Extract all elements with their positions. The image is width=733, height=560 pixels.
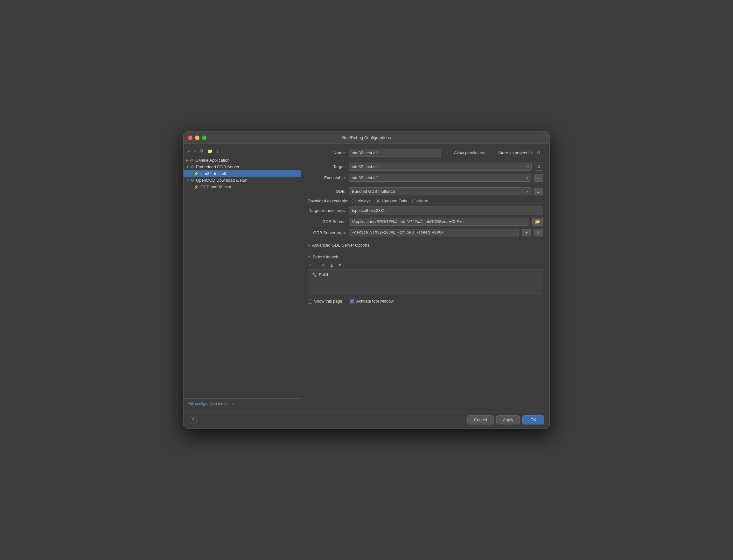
launch-add-button[interactable]: +: [308, 262, 313, 268]
gdb-server-args-input[interactable]: [349, 229, 519, 236]
allow-parallel-checkbox[interactable]: [448, 151, 452, 155]
target-remote-label: 'target remote' args:: [308, 208, 346, 213]
radio-none-circle: [412, 199, 417, 203]
folder-config-button[interactable]: 📁: [206, 148, 214, 154]
gdb-server-row: GDB Server: 📂: [308, 218, 543, 226]
launch-up-button[interactable]: ▲: [328, 262, 335, 268]
minimize-button[interactable]: [195, 136, 199, 140]
sort-config-button[interactable]: ↕: [215, 148, 220, 154]
radio-none-label: None: [418, 199, 428, 203]
dialog-footer: ? Cancel Apply OK: [184, 411, 549, 428]
radio-always[interactable]: Always: [352, 199, 371, 203]
show-page-label: Show this page: [314, 299, 342, 304]
executable-dropdown[interactable]: stm32_test.elf: [349, 174, 531, 182]
help-button[interactable]: ?: [189, 416, 197, 424]
executable-browse-button[interactable]: ...: [534, 174, 543, 182]
cancel-button[interactable]: Cancel: [467, 415, 493, 424]
left-panel: + − ⧉ 📁 ↕ ▶ ⚙ CMake Application ▼ ⚙ Embe…: [184, 144, 301, 411]
name-row: Name: Allow parallel run Store as projec…: [308, 149, 543, 157]
target-dropdown[interactable]: stm32_test.elf: [349, 163, 532, 171]
radio-always-label: Always: [358, 199, 371, 203]
radio-updated-only[interactable]: Updated Only: [376, 199, 407, 203]
radio-none[interactable]: None: [412, 199, 428, 203]
stm32-label: stm32_test.elf: [200, 171, 226, 176]
left-footer: Edit configuration templates...: [184, 398, 301, 409]
name-input[interactable]: [349, 149, 441, 157]
tree-item-stm32[interactable]: ⚡ stm32_test.elf: [184, 170, 301, 177]
launch-down-button[interactable]: ▼: [336, 262, 343, 268]
before-launch-section: ▼ Before launch + − ✏ ▲ ▼ 🔧 Build: [308, 253, 543, 295]
gdb-args-expand-button[interactable]: ⤢: [534, 229, 543, 236]
config-tree: ▶ ⚙ CMake Application ▼ ⚙ Embedded GDB S…: [184, 157, 301, 398]
add-config-button[interactable]: +: [186, 148, 191, 154]
target-remote-row: 'target remote' args:: [308, 207, 543, 214]
parallel-check-wrapper: Allow parallel run: [448, 151, 485, 155]
right-panel: Name: Allow parallel run Store as projec…: [301, 144, 549, 411]
executable-row: Executable: stm32_test.elf ...: [308, 174, 543, 182]
remove-config-button[interactable]: −: [192, 148, 198, 154]
store-project-checkbox[interactable]: [492, 151, 496, 155]
launch-edit-button[interactable]: ✏: [320, 262, 327, 268]
radio-updated-only-label: Updated Only: [382, 199, 407, 203]
gdb-dropdown-wrapper: Bundled GDB multiarch: [349, 187, 531, 195]
cmake-arrow: ▶: [186, 158, 189, 162]
project-file-check-wrapper: Store as project file ⚙: [492, 151, 541, 155]
close-button[interactable]: [188, 136, 192, 140]
edit-templates-link[interactable]: Edit configuration templates...: [187, 402, 238, 406]
download-label: Download executable:: [308, 199, 348, 203]
target-gear-button[interactable]: ⚙: [535, 163, 543, 171]
maximize-button[interactable]: [202, 136, 206, 140]
target-row: Target: stm32_test.elf ⚙: [308, 163, 543, 171]
cmake-icon: ⚙: [190, 158, 194, 163]
before-launch-label: Before launch: [313, 255, 338, 259]
gdb-browse-button[interactable]: ...: [534, 188, 543, 195]
build-label: Build: [319, 272, 328, 277]
gdb-server-browse-button[interactable]: 📂: [532, 218, 543, 226]
ocd-icon: ⚡: [194, 185, 199, 189]
dialog-window: Run/Debug Configurations + − ⧉ 📁 ↕ ▶ ⚙ C…: [183, 131, 550, 429]
ocd-label: OCD stm32_test: [200, 185, 231, 189]
tree-item-openocd[interactable]: ▼ ⚙ OpenOCD Download & Run: [184, 177, 301, 184]
tree-item-cmake[interactable]: ▶ ⚙ CMake Application: [184, 157, 301, 164]
window-title: Run/Debug Configurations: [342, 135, 391, 140]
traffic-lights: [188, 136, 206, 140]
download-radio-group: Always Updated Only None: [352, 199, 428, 203]
advanced-section-label: Advanced GDB Server Options: [312, 243, 369, 248]
apply-button[interactable]: Apply: [496, 415, 520, 424]
target-remote-input[interactable]: [349, 207, 543, 214]
executable-label: Executable:: [308, 175, 346, 180]
launch-item-build[interactable]: 🔧 Build: [311, 272, 540, 278]
activate-window-checkbox[interactable]: ✓: [350, 299, 354, 304]
advanced-section-header[interactable]: ▶ Advanced GDB Server Options: [308, 241, 543, 249]
copy-config-button[interactable]: ⧉: [199, 148, 205, 154]
target-dropdown-wrapper: stm32_test.elf: [349, 163, 532, 171]
tree-item-ocd[interactable]: ⚡ OCD stm32_test: [184, 184, 301, 190]
gdb-server-label: GDB Server:: [308, 219, 346, 224]
gdb-dropdown[interactable]: Bundled GDB multiarch: [349, 187, 531, 195]
embedded-label: Embedded GDB Server: [196, 165, 240, 169]
show-page-wrapper[interactable]: Show this page: [308, 299, 342, 304]
openocd-label: OpenOCD Download & Run: [196, 178, 248, 183]
gdb-server-args-row: GDB Server args: + ⤢: [308, 229, 543, 236]
gdb-server-input[interactable]: [349, 218, 529, 226]
launch-items-area: 🔧 Build: [308, 269, 543, 295]
before-launch-arrow-icon: ▼: [308, 255, 311, 259]
gear-icon[interactable]: ⚙: [537, 151, 541, 155]
stm32-icon: ⚡: [194, 171, 199, 176]
show-page-checkbox[interactable]: [308, 299, 312, 304]
left-toolbar: + − ⧉ 📁 ↕: [184, 146, 301, 157]
before-launch-header[interactable]: ▼ Before launch: [308, 253, 543, 261]
launch-remove-button[interactable]: −: [314, 262, 319, 268]
radio-always-circle: [352, 199, 356, 203]
tree-item-embedded-gdb[interactable]: ▼ ⚙ Embedded GDB Server: [184, 164, 301, 170]
advanced-arrow-icon: ▶: [308, 243, 310, 247]
embedded-arrow: ▼: [186, 165, 189, 169]
radio-updated-only-circle: [376, 199, 380, 203]
store-project-label: Store as project file: [498, 151, 534, 155]
bottom-section: Show this page ✓ Activate tool window: [308, 299, 543, 304]
cmake-label: CMake Application: [195, 158, 230, 163]
activate-window-wrapper[interactable]: ✓ Activate tool window: [350, 299, 394, 304]
name-label: Name:: [308, 151, 346, 155]
ok-button[interactable]: OK: [522, 415, 544, 424]
gdb-args-add-button[interactable]: +: [522, 229, 531, 236]
